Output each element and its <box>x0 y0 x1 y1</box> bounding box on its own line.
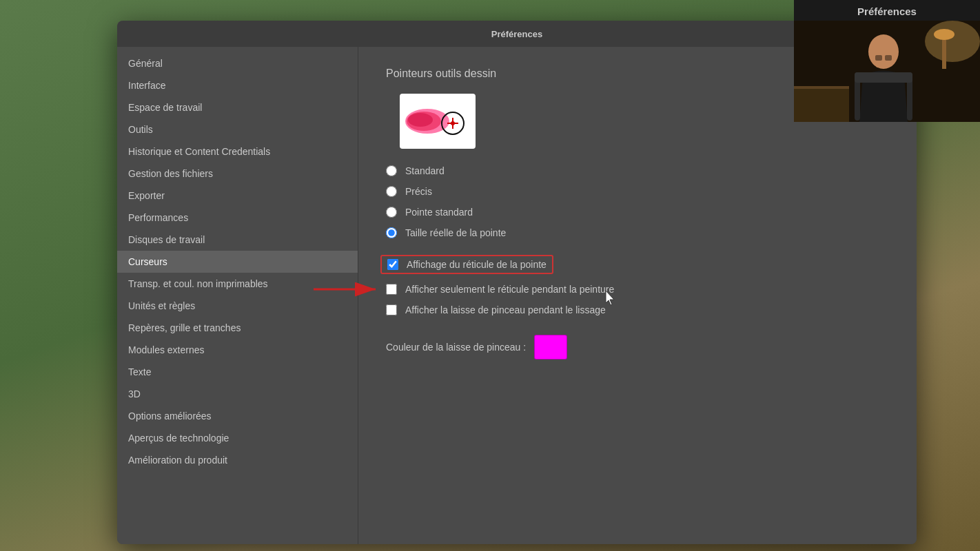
svg-rect-10 <box>794 86 849 89</box>
radio-group: Standard Précis Pointe standard Taille r… <box>386 165 889 238</box>
radio-pointe-standard-label: Pointe standard <box>405 207 473 218</box>
sidebar-item-improved-options[interactable]: Options améliorées <box>117 405 358 427</box>
radio-item-taille-reelle[interactable]: Taille réelle de la pointe <box>386 227 889 238</box>
brush-preview-svg <box>403 97 472 145</box>
checkbox-laisse-pinceau-label: Afficher la laisse de pinceau pendant le… <box>405 304 606 315</box>
sidebar-item-performances[interactable]: Performances <box>117 207 358 229</box>
sidebar-item-file-management[interactable]: Gestion des fichiers <box>117 163 358 185</box>
checkbox-item-reticule-peinture[interactable]: Afficher seulement le réticule pendant l… <box>386 284 889 295</box>
svg-rect-6 <box>885 55 892 61</box>
video-overlay: Préférences <box>794 0 980 122</box>
sidebar-item-text[interactable]: Texte <box>117 361 358 383</box>
sidebar-item-guides[interactable]: Repères, grille et tranches <box>117 317 358 339</box>
checkbox-item-laisse-pinceau[interactable]: Afficher la laisse de pinceau pendant le… <box>386 304 889 315</box>
checkbox-reticule-peinture-label: Afficher seulement le réticule pendant l… <box>405 284 614 295</box>
video-person <box>794 21 980 122</box>
radio-precis-label: Précis <box>405 186 432 197</box>
sidebar-item-cursors[interactable]: Curseurs <box>117 251 358 273</box>
radio-precis-input[interactable] <box>386 186 397 197</box>
svg-point-4 <box>868 34 899 69</box>
cursor-preview <box>400 94 476 149</box>
sidebar-item-tools[interactable]: Outils <box>117 118 358 141</box>
checkbox-item-reticule[interactable]: Affichage du réticule de la pointe <box>386 255 889 274</box>
video-title: Préférences <box>857 6 917 17</box>
color-swatch[interactable] <box>534 335 567 360</box>
svg-rect-11 <box>794 89 849 122</box>
radio-pointe-standard-input[interactable] <box>386 207 397 218</box>
checkbox-group: Affichage du réticule de la pointe Affic… <box>386 255 889 315</box>
sidebar-item-plugins[interactable]: Modules externes <box>117 339 358 361</box>
svg-rect-5 <box>875 55 882 61</box>
sidebar-item-tech-previews[interactable]: Aperçus de technologie <box>117 427 358 449</box>
color-swatch-label: Couleur de la laisse de pinceau : <box>386 342 526 353</box>
checkbox-laisse-pinceau-input[interactable] <box>386 304 397 315</box>
svg-point-3 <box>934 29 955 40</box>
svg-point-1 <box>925 21 980 62</box>
checkbox-reticule-label: Affichage du réticule de la pointe <box>407 259 547 270</box>
radio-taille-reelle-label: Taille réelle de la pointe <box>405 227 506 238</box>
sidebar-item-general[interactable]: Général <box>117 52 358 74</box>
sidebar-item-export[interactable]: Exporter <box>117 185 358 207</box>
sidebar-item-product-improvement[interactable]: Amélioration du produit <box>117 449 358 471</box>
color-swatch-row: Couleur de la laisse de pinceau : <box>386 335 889 360</box>
radio-taille-reelle-input[interactable] <box>386 227 397 238</box>
checkbox-reticule-input[interactable] <box>387 259 398 270</box>
svg-point-15 <box>408 113 433 127</box>
red-arrow-annotation <box>310 276 393 303</box>
radio-item-standard[interactable]: Standard <box>386 165 889 176</box>
sidebar-item-interface[interactable]: Interface <box>117 74 358 96</box>
svg-rect-9 <box>855 72 912 83</box>
window-title: Préférences <box>491 29 542 39</box>
sidebar-item-workspace[interactable]: Espace de travail <box>117 96 358 118</box>
sidebar-item-history[interactable]: Historique et Content Credentials <box>117 141 358 163</box>
sidebar-item-work-disks[interactable]: Disques de travail <box>117 229 358 251</box>
radio-standard-label: Standard <box>405 165 445 176</box>
radio-standard-input[interactable] <box>386 165 397 176</box>
sidebar-item-3d[interactable]: 3D <box>117 383 358 405</box>
radio-item-precis[interactable]: Précis <box>386 186 889 197</box>
svg-point-19 <box>451 121 455 125</box>
mouse-cursor <box>603 291 617 307</box>
radio-item-pointe-standard[interactable]: Pointe standard <box>386 207 889 218</box>
